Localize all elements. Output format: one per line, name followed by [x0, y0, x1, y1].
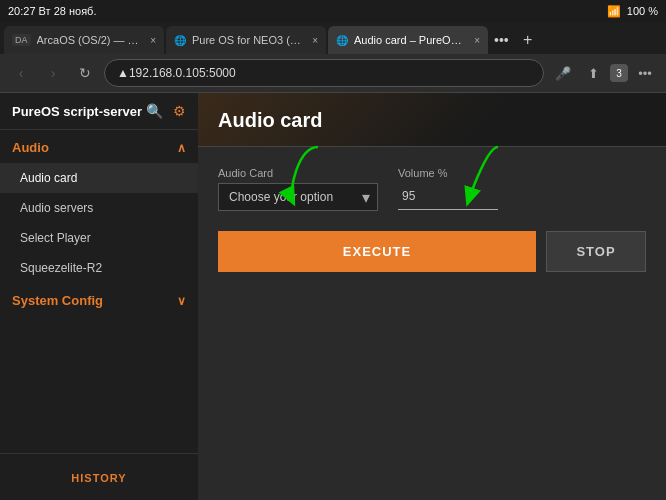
- volume-label: Volume %: [398, 167, 498, 179]
- tab-2[interactable]: 🌐 Pure OS for NEO3 (RUS... ×: [166, 26, 326, 54]
- tab1-favicon: DA: [12, 34, 31, 46]
- tab2-title: Pure OS for NEO3 (RUS...: [192, 34, 306, 46]
- tab2-close[interactable]: ×: [312, 35, 318, 46]
- system-config-label: System Config: [12, 293, 103, 308]
- sidebar-header: PureOS script-server 🔍 ⚙: [0, 93, 198, 130]
- sidebar-item-squeezelite-r2[interactable]: Squeezelite-R2: [0, 253, 198, 283]
- volume-input[interactable]: [398, 183, 498, 210]
- main-layout: PureOS script-server 🔍 ⚙ Audio ∧ Audio c…: [0, 93, 666, 500]
- volume-group: Volume %: [398, 167, 498, 210]
- audio-card-select-wrapper: Choose your option: [218, 183, 378, 211]
- back-button[interactable]: ‹: [8, 60, 34, 86]
- tab-bar: DA ArcaOS (OS/2) — on... × 🌐 Pure OS for…: [0, 22, 666, 54]
- address-bar[interactable]: ▲192.168.0.105:5000: [104, 59, 544, 87]
- tab-1[interactable]: DA ArcaOS (OS/2) — on... ×: [4, 26, 164, 54]
- system-bar: 20:27 Вт 28 нояб. 📶 100 %: [0, 0, 666, 22]
- tab-3[interactable]: 🌐 Audio card – PureOS scr... ×: [328, 26, 488, 54]
- sidebar-section-audio: Audio ∧ Audio card Audio servers Select …: [0, 130, 198, 283]
- battery-level: 100 %: [627, 5, 658, 17]
- datetime: 20:27 Вт 28 нояб.: [8, 5, 96, 17]
- more-options-button[interactable]: •••: [632, 60, 658, 86]
- history-button[interactable]: HISTORY: [71, 472, 126, 484]
- form-row: Audio Card Choose your option Volume %: [218, 167, 646, 211]
- sidebar: PureOS script-server 🔍 ⚙ Audio ∧ Audio c…: [0, 93, 198, 500]
- browser-chrome: DA ArcaOS (OS/2) — on... × 🌐 Pure OS for…: [0, 22, 666, 93]
- system-config-arrow: ∨: [177, 294, 186, 308]
- gear-icon[interactable]: ⚙: [173, 103, 186, 119]
- system-config-section-header[interactable]: System Config ∨: [0, 283, 198, 316]
- page-title: Audio card: [218, 109, 322, 131]
- tab3-close[interactable]: ×: [474, 35, 480, 46]
- sidebar-item-audio-servers[interactable]: Audio servers: [0, 193, 198, 223]
- wifi-icon: 📶: [607, 5, 621, 18]
- sidebar-footer: HISTORY: [0, 453, 198, 500]
- audio-card-select[interactable]: Choose your option: [218, 183, 378, 211]
- annotation-area: Audio Card Choose your option Volume %: [218, 167, 646, 211]
- audio-section-arrow: ∧: [177, 141, 186, 155]
- stop-button[interactable]: STOP: [546, 231, 646, 272]
- tab1-title: ArcaOS (OS/2) — on...: [37, 34, 145, 46]
- execute-button[interactable]: EXECUTE: [218, 231, 536, 272]
- audio-card-group: Audio Card Choose your option: [218, 167, 378, 211]
- nav-bar: ‹ › ↻ ▲192.168.0.105:5000 🎤 ⬆ 3 •••: [0, 54, 666, 92]
- audio-card-label: Audio Card: [218, 167, 378, 179]
- sidebar-title: PureOS script-server: [12, 104, 142, 119]
- refresh-button[interactable]: ↻: [72, 60, 98, 86]
- system-bar-left: 20:27 Вт 28 нояб.: [8, 5, 96, 17]
- tab1-close[interactable]: ×: [150, 35, 156, 46]
- address-text: ▲192.168.0.105:5000: [117, 66, 531, 80]
- microphone-icon[interactable]: 🎤: [550, 60, 576, 86]
- content-body: Audio Card Choose your option Volume %: [198, 147, 666, 292]
- action-row: EXECUTE STOP: [218, 231, 646, 272]
- new-tab-button[interactable]: +: [515, 27, 541, 53]
- forward-button[interactable]: ›: [40, 60, 66, 86]
- tab2-favicon: 🌐: [174, 35, 186, 46]
- audio-section-header[interactable]: Audio ∧: [0, 130, 198, 163]
- content-area: Audio card Audio Card Choose your option…: [198, 93, 666, 500]
- sidebar-item-audio-card[interactable]: Audio card: [0, 163, 198, 193]
- tabs-count-badge[interactable]: 3: [610, 64, 628, 82]
- tab3-favicon: 🌐: [336, 35, 348, 46]
- sidebar-header-icons: 🔍 ⚙: [146, 103, 186, 119]
- sidebar-item-select-player[interactable]: Select Player: [0, 223, 198, 253]
- content-header: Audio card: [198, 93, 666, 147]
- tab-overflow-dots: •••: [494, 32, 509, 48]
- tab3-title: Audio card – PureOS scr...: [354, 34, 468, 46]
- share-icon[interactable]: ⬆: [580, 60, 606, 86]
- audio-section-label: Audio: [12, 140, 49, 155]
- nav-icons: 🎤 ⬆ 3 •••: [550, 60, 658, 86]
- system-bar-right: 📶 100 %: [607, 5, 658, 18]
- search-icon[interactable]: 🔍: [146, 103, 163, 119]
